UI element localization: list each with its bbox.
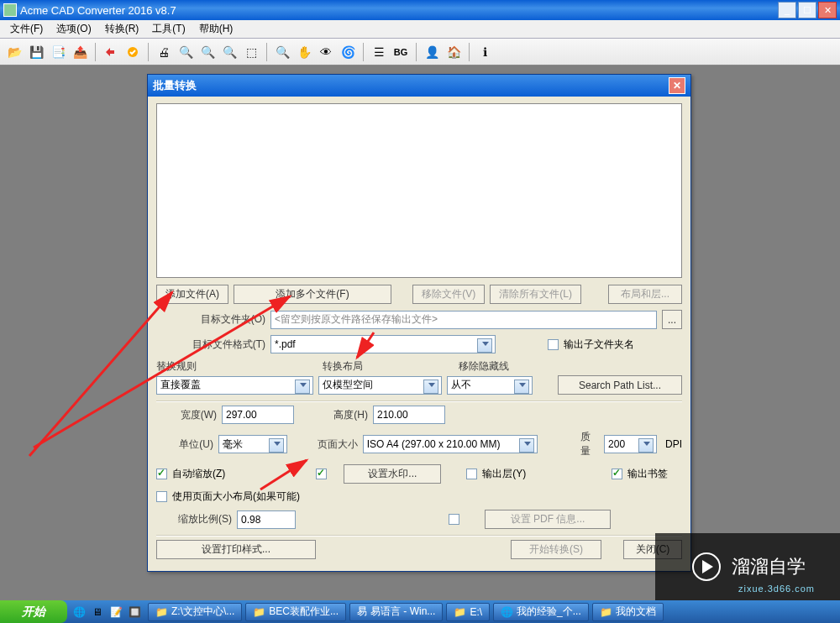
replace-rule-label: 替换规则 bbox=[156, 359, 323, 374]
output-subfolder-label: 输出子文件夹名 bbox=[564, 338, 634, 352]
add-multi-button[interactable]: 添加多个文件(F) bbox=[234, 285, 391, 304]
hidden-icon[interactable]: 👁 bbox=[317, 43, 335, 61]
close-button[interactable]: ✕ bbox=[818, 2, 837, 18]
target-folder-row: 目标文件夹(O) <留空则按原文件路径保存输出文件> ... bbox=[156, 310, 682, 329]
toolbar: 📂 💾 📑 📤 🖨 🔍 🔍 🔍 ⬚ 🔍 ✋ 👁 🌀 ☰ BG 👤 🏠 ℹ bbox=[0, 39, 840, 65]
menu-item[interactable]: 文件(F) bbox=[5, 20, 48, 38]
menu-item[interactable]: 帮助(H) bbox=[194, 20, 239, 38]
zoom-out-icon[interactable]: 🔍 bbox=[198, 43, 217, 61]
taskbar-item[interactable]: 🌐我的经验_个... bbox=[493, 603, 589, 621]
zoom-in-icon[interactable]: 🔍 bbox=[176, 43, 195, 61]
ie-icon[interactable]: 🌐 bbox=[71, 604, 87, 620]
clear-all-button[interactable]: 清除所有文件(L) bbox=[490, 285, 581, 304]
about-icon[interactable]: ℹ bbox=[475, 43, 494, 61]
unit-select[interactable]: 毫米 bbox=[218, 435, 287, 453]
taskbar-item[interactable]: 📁BEC装配作业... bbox=[245, 603, 346, 621]
bottom-buttons-row: 设置打印样式... 开始转换(S) 关闭(C) bbox=[156, 540, 682, 559]
word-icon[interactable]: 📝 bbox=[108, 604, 124, 620]
save-icon[interactable]: 💾 bbox=[27, 43, 45, 61]
separator bbox=[156, 535, 682, 537]
save-all-icon[interactable]: 📑 bbox=[49, 43, 67, 61]
taskbar-item[interactable]: 易易语言 - Win... bbox=[349, 603, 443, 621]
quality-label: 质量 bbox=[571, 430, 591, 458]
menu-item[interactable]: 转换(R) bbox=[100, 20, 144, 38]
desktop-icon[interactable]: 🖥 bbox=[89, 604, 106, 620]
pdf-info-checkbox[interactable] bbox=[449, 514, 459, 525]
taskbar-item[interactable]: 📁我的文档 bbox=[592, 603, 664, 621]
browse-button[interactable]: ... bbox=[662, 310, 682, 329]
set-pdf-info-button[interactable]: 设置 PDF 信息... bbox=[485, 510, 611, 529]
menu-item[interactable]: 选项(O) bbox=[51, 20, 96, 38]
output-layer-label: 输出层(Y) bbox=[482, 467, 526, 481]
set-watermark-button[interactable]: 设置水印... bbox=[344, 464, 441, 484]
zoom-ratio-input[interactable]: 0.98 bbox=[237, 510, 296, 529]
watermark-url: zixue.3d66.com bbox=[738, 584, 815, 594]
convert-icon[interactable] bbox=[102, 43, 120, 61]
remove-file-button[interactable]: 移除文件(V) bbox=[412, 285, 485, 304]
batch-icon[interactable] bbox=[123, 43, 142, 61]
menu-item[interactable]: 工具(T) bbox=[147, 20, 190, 38]
auto-zoom-label: 自动缩放(Z) bbox=[172, 467, 225, 481]
file-list[interactable] bbox=[156, 103, 682, 278]
print-icon[interactable]: 🖨 bbox=[155, 43, 173, 61]
client-area: 批量转换 ✕ 添加文件(A) 添加多个文件(F) 移除文件(V) 清除所有文件(… bbox=[0, 65, 840, 600]
taskbar-item[interactable]: 📁Z:\文控中心\... bbox=[148, 603, 242, 621]
remove-hidden-select[interactable]: 从不 bbox=[447, 376, 533, 395]
watermark: 溜溜自学 zixue.3d66.com bbox=[655, 533, 840, 600]
start-button[interactable]: 开始 bbox=[0, 600, 67, 623]
watermark-logo-icon bbox=[690, 550, 723, 584]
print-style-button[interactable]: 设置打印样式... bbox=[156, 540, 316, 559]
remove-hidden-label: 移除隐藏线 bbox=[459, 359, 559, 374]
file-buttons-row: 添加文件(A) 添加多个文件(F) 移除文件(V) 清除所有文件(L) 布局和层… bbox=[156, 285, 682, 304]
bg-icon[interactable]: BG bbox=[391, 43, 410, 61]
open-icon[interactable]: 📂 bbox=[5, 43, 24, 61]
app-icon[interactable]: 🔲 bbox=[126, 604, 143, 620]
region-icon[interactable]: ⬚ bbox=[242, 43, 260, 61]
replace-rule-select[interactable]: 直接覆盖 bbox=[156, 376, 313, 395]
add-file-button[interactable]: 添加文件(A) bbox=[156, 285, 228, 304]
pan-icon[interactable]: ✋ bbox=[295, 43, 313, 61]
minimize-button[interactable]: _ bbox=[778, 2, 796, 18]
layouts-button[interactable]: 布局和层... bbox=[608, 285, 682, 304]
separator bbox=[416, 43, 417, 61]
window-title: Acme CAD Converter 2016 v8.7 bbox=[20, 4, 176, 17]
use-page-layout-checkbox[interactable] bbox=[156, 491, 167, 502]
zoom-ratio-row: 缩放比例(S) 0.98 设置 PDF 信息... bbox=[156, 510, 682, 529]
convert-layout-select[interactable]: 仅模型空间 bbox=[318, 376, 442, 395]
search-path-button[interactable]: Search Path List... bbox=[558, 375, 682, 395]
user-icon[interactable]: 👤 bbox=[423, 43, 441, 61]
maximize-button[interactable]: ☐ bbox=[798, 2, 816, 18]
watermark-checkbox[interactable] bbox=[316, 469, 327, 479]
output-bookmark-label: 输出书签 bbox=[627, 467, 668, 481]
target-folder-input[interactable]: <留空则按原文件路径保存输出文件> bbox=[270, 311, 657, 329]
target-format-select[interactable]: *.pdf bbox=[270, 335, 496, 353]
window-controls: _ ☐ ✕ bbox=[778, 2, 837, 18]
layers-icon[interactable]: ☰ bbox=[370, 43, 388, 61]
page-size-select[interactable]: ISO A4 (297.00 x 210.00 MM) bbox=[363, 435, 538, 453]
menubar: 文件(F) 选项(O) 转换(R) 工具(T) 帮助(H) bbox=[0, 20, 840, 39]
output-layer-checkbox[interactable] bbox=[466, 469, 477, 479]
watermark-brand: 溜溜自学 bbox=[732, 554, 806, 579]
dialog-close-button[interactable]: ✕ bbox=[669, 77, 685, 94]
target-format-label: 目标文件格式(T) bbox=[156, 338, 265, 352]
quick-launch: 🌐 🖥 📝 🔲 bbox=[71, 604, 143, 620]
output-bookmark-checkbox[interactable] bbox=[612, 469, 622, 479]
target-format-row: 目标文件格式(T) *.pdf 输出子文件夹名 bbox=[156, 335, 682, 353]
size-row: 宽度(W) 297.00 高度(H) 210.00 bbox=[156, 406, 682, 424]
export-icon[interactable]: 📤 bbox=[71, 43, 89, 61]
start-convert-button[interactable]: 开始转换(S) bbox=[511, 540, 601, 559]
zoom-extents-icon[interactable]: 🔍 bbox=[220, 43, 239, 61]
output-subfolder-checkbox[interactable] bbox=[548, 339, 559, 350]
separator bbox=[95, 43, 96, 61]
taskbar-item[interactable]: 📁E:\ bbox=[446, 603, 490, 621]
render-icon[interactable]: 🌀 bbox=[339, 43, 357, 61]
width-input[interactable]: 297.00 bbox=[222, 406, 294, 424]
auto-zoom-checkbox[interactable] bbox=[156, 469, 167, 479]
width-label: 宽度(W) bbox=[156, 408, 217, 422]
quality-select[interactable]: 200 bbox=[604, 435, 657, 453]
batch-convert-dialog: 批量转换 ✕ 添加文件(A) 添加多个文件(F) 移除文件(V) 清除所有文件(… bbox=[147, 74, 691, 572]
height-input[interactable]: 210.00 bbox=[373, 406, 445, 424]
home-icon[interactable]: 🏠 bbox=[444, 43, 463, 61]
unit-row: 单位(U) 毫米 页面大小 ISO A4 (297.00 x 210.00 MM… bbox=[156, 430, 682, 458]
zoom-window-icon[interactable]: 🔍 bbox=[273, 43, 291, 61]
